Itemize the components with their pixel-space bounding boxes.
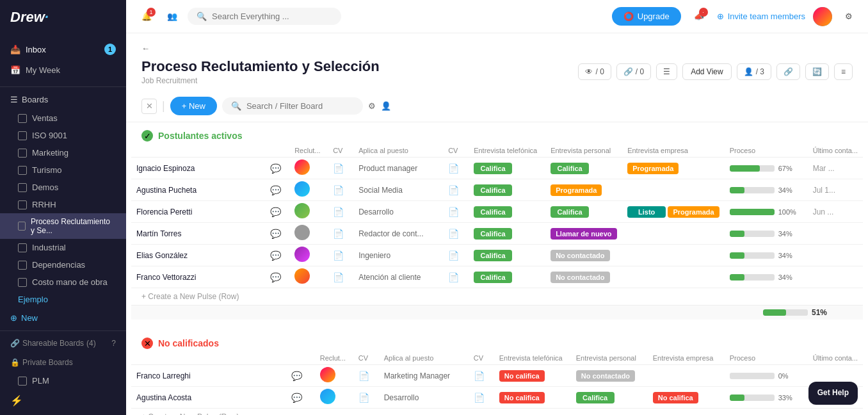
entrevista-personal[interactable]: Califica (545, 158, 622, 179)
private-boards-header[interactable]: 🔒 Private Boards (0, 353, 126, 372)
cv-icon-2[interactable]: 📄 (443, 201, 469, 223)
cv-pdf-icon[interactable]: 📄 (328, 266, 353, 288)
sidebar-item-turismo[interactable]: Turismo (0, 161, 126, 179)
filter-icon[interactable]: ⚙ (368, 101, 376, 111)
row-name[interactable]: Martín Torres (131, 223, 265, 245)
add-view-button[interactable]: Add View (682, 63, 731, 80)
board-search-input[interactable] (246, 101, 349, 111)
chat-icon[interactable]: 💬 (265, 179, 289, 201)
search-input[interactable] (212, 12, 314, 21)
cv-icon-2[interactable]: 📄 (443, 245, 469, 266)
entrevista-telefonica[interactable]: No califica (494, 387, 571, 409)
entrevista-personal[interactable]: No contactado (545, 266, 622, 288)
cv-pdf-icon[interactable]: 📄 (353, 387, 379, 409)
shareable-boards-header[interactable]: 🔗 Shareable Boards (4) ? (0, 334, 126, 353)
cv-pdf-icon[interactable]: 📄 (328, 223, 353, 245)
entrevista-empresa[interactable]: Listo Programada (622, 201, 725, 223)
entrevista-telefonica[interactable]: Califica (469, 245, 545, 266)
row-name[interactable]: Agustina Pucheta (131, 179, 265, 201)
upgrade-button[interactable]: ⭕ Upgrade (612, 7, 681, 26)
board-search[interactable]: 🔍 (222, 97, 363, 115)
cv-pdf-icon[interactable]: 📄 (328, 158, 353, 179)
sidebar-item-iso9001[interactable]: ISO 9001 (0, 127, 126, 144)
sidebar-item-inbox[interactable]: 📥 Inbox 1 (0, 38, 126, 60)
global-search[interactable]: 🔍 (188, 8, 341, 25)
entrevista-telefonica[interactable]: Califica (469, 179, 545, 201)
entrevista-personal[interactable]: No contactado (571, 365, 648, 387)
cv-icon-2[interactable]: 📄 (469, 387, 494, 409)
cv-pdf-icon[interactable]: 📄 (328, 179, 353, 201)
cv-icon-2[interactable]: 📄 (443, 158, 469, 179)
cv-icon-2[interactable]: 📄 (443, 223, 469, 245)
sidebar-item-proceso[interactable]: Proceso Reclutamiento y Se... (0, 213, 126, 239)
entrevista-telefonica[interactable]: Califica (469, 158, 545, 179)
back-button[interactable]: ← (141, 44, 853, 53)
list-icon-btn[interactable]: ☰ (656, 63, 677, 80)
sidebar-item-marketing[interactable]: Marketing (0, 144, 126, 161)
row-name[interactable]: Ignacio Espinoza (131, 158, 265, 179)
chat-icon[interactable]: 💬 (265, 245, 289, 266)
row-name[interactable]: Elias González (131, 245, 265, 266)
announcement-button[interactable]: 📣 · (689, 6, 709, 27)
entrevista-empresa[interactable]: Programada (622, 158, 725, 179)
chat-icon[interactable]: 💬 (265, 158, 289, 179)
entrevista-telefonica[interactable]: Califica (469, 223, 545, 245)
cv-pdf-icon[interactable]: 📄 (328, 245, 353, 266)
entrevista-empresa[interactable] (622, 245, 725, 266)
entrevista-personal[interactable]: No contactado (545, 245, 622, 266)
notifications-button[interactable]: 🔔 1 (136, 6, 157, 27)
entrevista-empresa[interactable] (648, 365, 725, 387)
cv-icon-2[interactable]: 📄 (443, 266, 469, 288)
share-btn[interactable]: 🔗 (776, 63, 800, 80)
cv-pdf-icon[interactable]: 📄 (353, 365, 379, 387)
user-avatar[interactable] (813, 7, 832, 26)
sidebar-item-ventas[interactable]: Ventas (0, 110, 126, 127)
new-item-button[interactable]: + New (170, 97, 217, 115)
chat-icon[interactable]: 💬 (265, 266, 289, 288)
sidebar-item-rrhh[interactable]: RRHH (0, 196, 126, 213)
guest-count-btn[interactable]: 🔗 / 0 (616, 63, 651, 80)
row-name[interactable]: Franco Larreghi (131, 365, 286, 387)
team-icon[interactable]: 👥 (163, 8, 181, 26)
entrevista-personal[interactable]: Califica (545, 201, 622, 223)
chat-icon[interactable]: 💬 (286, 387, 314, 409)
more-options-btn[interactable]: ≡ (834, 63, 853, 80)
cv-icon-2[interactable]: 📄 (469, 365, 494, 387)
invite-button[interactable]: ⊕ Invite team members (717, 12, 805, 21)
entrevista-telefonica[interactable]: Califica (469, 201, 545, 223)
entrevista-telefonica[interactable]: No califica (494, 365, 571, 387)
cv-icon-2[interactable]: 📄 (443, 179, 469, 201)
person-filter-icon[interactable]: 👤 (381, 101, 391, 111)
new-board-button[interactable]: ⊕ New (0, 308, 126, 328)
entrevista-empresa[interactable]: No califica (648, 387, 725, 409)
cv-pdf-icon[interactable]: 📄 (328, 201, 353, 223)
help-icon[interactable]: ? (111, 339, 116, 348)
view-count-btn[interactable]: 👁 / 0 (578, 63, 611, 80)
sidebar-item-plm[interactable]: PLM (0, 372, 126, 389)
sidebar-item-dependencias[interactable]: Dependencias (0, 256, 126, 273)
chat-icon[interactable]: 💬 (265, 223, 289, 245)
chat-icon[interactable]: 💬 (286, 365, 314, 387)
entrevista-empresa[interactable] (622, 266, 725, 288)
sidebar-item-demos[interactable]: Demos (0, 179, 126, 196)
sidebar-item-myweek[interactable]: 📅 My Week (0, 60, 126, 80)
sync-btn[interactable]: 🔄 (805, 63, 829, 80)
create-row-nocalificados[interactable]: + Create a New Pulse (Row) (131, 409, 863, 415)
get-help-button[interactable]: Get Help (808, 382, 858, 405)
create-row-postulantes[interactable]: + Create a New Pulse (Row) (131, 288, 863, 305)
row-name[interactable]: Florencia Peretti (131, 201, 265, 223)
chat-icon[interactable]: 💬 (265, 201, 289, 223)
row-name[interactable]: Agustina Acosta (131, 387, 286, 409)
row-name[interactable]: Franco Vettorazzi (131, 266, 265, 288)
close-filter-btn[interactable]: ✕ (141, 99, 157, 114)
entrevista-empresa[interactable] (622, 223, 725, 245)
entrevista-telefonica[interactable]: Califica (469, 266, 545, 288)
members-btn[interactable]: 👤 / 3 (737, 63, 771, 80)
entrevista-personal[interactable]: Programada (545, 179, 622, 201)
sidebar-item-industrial[interactable]: Industrial (0, 239, 126, 256)
entrevista-empresa[interactable] (622, 179, 725, 201)
sidebar-item-ejemplo[interactable]: Ejemplo (0, 291, 126, 308)
entrevista-personal[interactable]: Califica (571, 387, 648, 409)
entrevista-personal[interactable]: Llamar de nuevo (545, 223, 622, 245)
settings-icon[interactable]: ⚙ (840, 8, 858, 26)
